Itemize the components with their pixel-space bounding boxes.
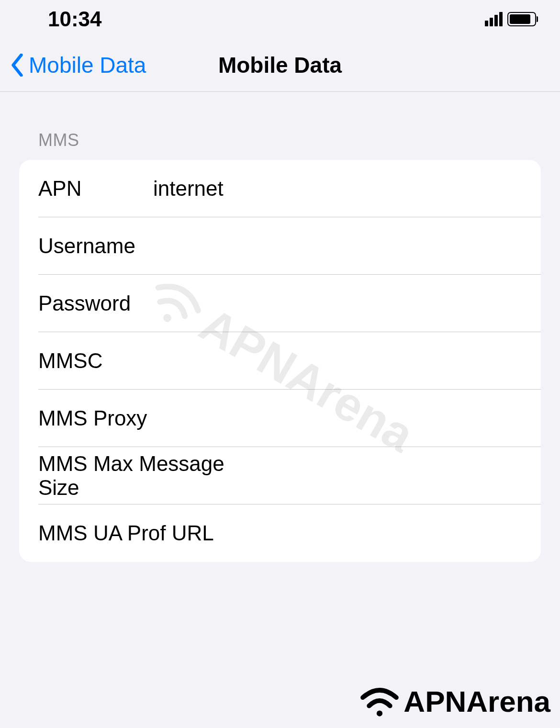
password-label: Password: [38, 291, 153, 315]
username-row[interactable]: Username: [19, 217, 541, 275]
apn-input[interactable]: [153, 177, 522, 201]
navigation-bar: Mobile Data Mobile Data: [0, 38, 560, 92]
back-label: Mobile Data: [29, 52, 146, 78]
status-time: 10:34: [48, 7, 102, 31]
battery-icon: [507, 12, 536, 26]
mms-proxy-input[interactable]: [153, 406, 522, 430]
status-bar: 10:34: [0, 0, 560, 38]
username-label: Username: [38, 234, 153, 258]
chevron-left-icon: [10, 54, 25, 77]
mms-settings-group: APN Username Password MMSC MMS Proxy MMS…: [19, 160, 541, 562]
content-area: MMS APN Username Password MMSC MMS Proxy…: [0, 92, 560, 562]
cellular-signal-icon: [485, 12, 503, 26]
mms-max-size-label: MMS Max Message Size: [38, 452, 259, 500]
mmsc-row[interactable]: MMSC: [19, 332, 541, 390]
brand-logo: APNArena: [358, 684, 550, 718]
mms-ua-prof-input[interactable]: [214, 521, 522, 545]
section-header-mms: MMS: [19, 92, 541, 160]
password-input[interactable]: [153, 291, 522, 315]
wifi-icon: [358, 685, 401, 718]
mms-max-size-row[interactable]: MMS Max Message Size: [19, 447, 541, 504]
page-title: Mobile Data: [218, 52, 342, 78]
mms-ua-prof-row[interactable]: MMS UA Prof URL: [19, 504, 541, 562]
apn-row[interactable]: APN: [19, 160, 541, 217]
mms-proxy-row[interactable]: MMS Proxy: [19, 390, 541, 447]
mms-ua-prof-label: MMS UA Prof URL: [38, 521, 214, 545]
back-button[interactable]: Mobile Data: [10, 52, 146, 78]
username-input[interactable]: [153, 234, 522, 258]
mms-max-size-input[interactable]: [259, 464, 522, 488]
mms-proxy-label: MMS Proxy: [38, 406, 153, 430]
password-row[interactable]: Password: [19, 275, 541, 332]
svg-point-1: [377, 710, 382, 716]
brand-text: APNArena: [403, 684, 550, 718]
status-icons: [485, 12, 536, 26]
mmsc-label: MMSC: [38, 349, 153, 373]
apn-label: APN: [38, 177, 153, 201]
mmsc-input[interactable]: [153, 349, 522, 373]
